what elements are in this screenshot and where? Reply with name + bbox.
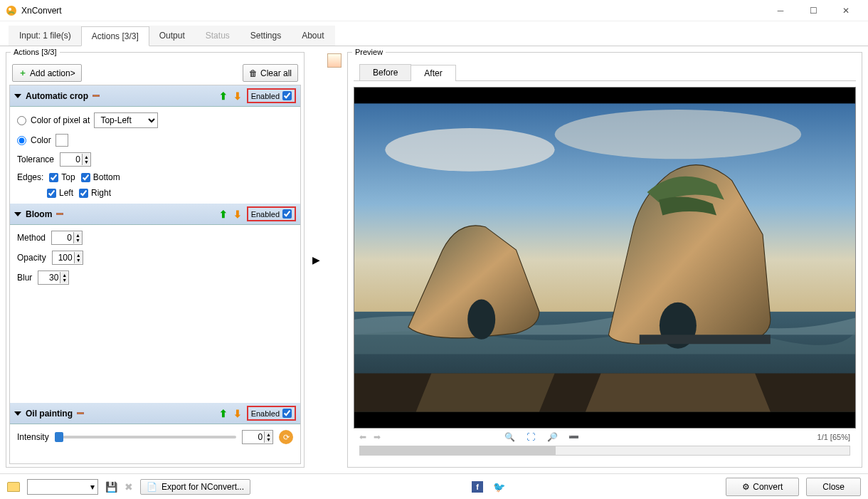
action-header-bloom[interactable]: Bloom ⬆ ⬇ Enabled xyxy=(10,204,300,225)
collapse-icon xyxy=(14,212,21,216)
titlebar: XnConvert ─ ☐ ✕ xyxy=(0,0,868,21)
delete-icon[interactable]: ✖ xyxy=(125,481,133,493)
remove-icon[interactable] xyxy=(77,412,84,414)
pixel-label: Color of pixel at xyxy=(31,115,90,125)
tab-input[interactable]: Input: 1 file(s) xyxy=(9,26,82,46)
bloom-body: Method ▲▼ Opacity ▲▼ Blur ▲▼ xyxy=(10,225,300,403)
preview-picker-icon[interactable] xyxy=(327,53,342,68)
preview-panel: Preview Before After xyxy=(347,52,862,468)
next-image-icon[interactable]: ➡ xyxy=(374,432,381,442)
svg-point-8 xyxy=(467,299,495,339)
zoom-100-icon[interactable]: 🔎 xyxy=(546,431,558,443)
remove-icon[interactable] xyxy=(56,213,63,215)
tab-settings[interactable]: Settings xyxy=(240,26,292,46)
enabled-checkbox[interactable]: Enabled xyxy=(247,406,296,421)
method-spinner[interactable]: ▲▼ xyxy=(51,231,83,245)
clear-all-button[interactable]: 🗑 Clear all xyxy=(243,64,298,82)
collapse-icon xyxy=(14,94,21,98)
collapse-icon xyxy=(14,411,21,416)
edge-bottom[interactable]: Bottom xyxy=(81,172,120,182)
pixel-position-select[interactable]: Top-Left xyxy=(94,112,158,128)
intensity-spinner[interactable]: ▲▼ xyxy=(242,430,273,444)
color-picker[interactable] xyxy=(55,134,68,147)
preview-tab-after[interactable]: After xyxy=(411,65,455,81)
tab-about[interactable]: About xyxy=(291,26,334,46)
pixel-radio[interactable] xyxy=(17,116,26,125)
preview-tab-before[interactable]: Before xyxy=(359,64,411,80)
edges-label: Edges: xyxy=(17,172,43,182)
twitter-icon[interactable]: 🐦 xyxy=(493,481,504,493)
opacity-label: Opacity xyxy=(17,253,46,263)
oil-painting-body: Intensity ▲▼ ⟳ xyxy=(10,424,300,450)
enabled-checkbox[interactable]: Enabled xyxy=(247,88,296,103)
move-down-icon[interactable]: ⬇ xyxy=(233,91,243,101)
svg-point-1 xyxy=(9,8,11,11)
edge-top[interactable]: Top xyxy=(49,172,75,182)
enabled-checkbox[interactable]: Enabled xyxy=(247,206,296,221)
svg-point-4 xyxy=(385,128,554,172)
close-button[interactable]: Close xyxy=(806,478,861,496)
svg-point-5 xyxy=(555,110,802,159)
app-icon xyxy=(6,5,17,16)
color-radio[interactable] xyxy=(17,136,26,145)
main-tabs: Input: 1 file(s) Actions [3/3] Output St… xyxy=(0,21,868,46)
folder-icon[interactable] xyxy=(7,482,20,492)
maximize-button[interactable]: ☐ xyxy=(797,0,830,21)
actions-panel-title: Actions [3/3] xyxy=(11,48,60,56)
bottom-toolbar: ▾ 💾 ✖ 📄 Export for NConvert... f 🐦 ⚙ Con… xyxy=(0,473,868,499)
preset-dropdown[interactable]: ▾ xyxy=(27,479,98,495)
tolerance-spinner[interactable]: ▲▼ xyxy=(60,152,91,167)
automatic-crop-body: Color of pixel at Top-Left Color Toleran… xyxy=(10,107,300,204)
move-up-icon[interactable]: ⬆ xyxy=(218,91,228,101)
preview-title: Preview xyxy=(352,48,386,56)
action-header-automatic-crop[interactable]: Automatic crop ⬆ ⬇ Enabled xyxy=(10,85,300,107)
add-action-button[interactable]: ＋ Add action> xyxy=(12,64,82,82)
move-up-icon[interactable]: ⬆ xyxy=(218,409,228,419)
move-down-icon[interactable]: ⬇ xyxy=(233,209,243,219)
actions-panel: Actions [3/3] ＋ Add action> 🗑 Clear all … xyxy=(6,52,305,468)
action-name: Automatic crop xyxy=(26,91,88,101)
edge-right[interactable]: Right xyxy=(79,188,111,198)
tab-actions[interactable]: Actions [3/3] xyxy=(81,26,149,46)
method-label: Method xyxy=(17,233,46,243)
zoom-out-icon[interactable]: ➖ xyxy=(568,431,579,443)
blur-spinner[interactable]: ▲▼ xyxy=(38,270,69,285)
preview-image xyxy=(354,87,856,429)
export-nconvert-button[interactable]: 📄 Export for NConvert... xyxy=(140,479,250,495)
opacity-spinner[interactable]: ▲▼ xyxy=(52,251,83,265)
color-label: Color xyxy=(31,135,51,145)
save-icon[interactable]: 💾 xyxy=(105,481,117,493)
action-header-oil-painting[interactable]: Oil painting ⬆ ⬇ Enabled xyxy=(10,403,300,424)
gear-icon: ⚙ xyxy=(742,482,750,492)
edge-left[interactable]: Left xyxy=(47,188,73,198)
move-up-icon[interactable]: ⬆ xyxy=(218,209,228,219)
window-title: XnConvert xyxy=(21,6,764,16)
prev-image-icon[interactable]: ⬅ xyxy=(359,432,366,442)
plus-icon: ＋ xyxy=(18,67,27,79)
action-name: Oil painting xyxy=(26,409,73,419)
svg-point-0 xyxy=(6,6,16,16)
preview-status: 1/1 [65%] xyxy=(817,433,850,441)
preview-scrollbar[interactable] xyxy=(359,446,850,456)
tab-output[interactable]: Output xyxy=(149,26,196,46)
fit-icon[interactable]: ⛶ xyxy=(525,431,536,443)
close-window-button[interactable]: ✕ xyxy=(830,0,862,21)
expand-arrow-icon[interactable]: ▶ xyxy=(310,52,322,468)
tolerance-label: Tolerance xyxy=(17,154,54,164)
action-name: Bloom xyxy=(26,209,52,219)
intensity-slider[interactable] xyxy=(55,436,236,438)
facebook-icon[interactable]: f xyxy=(472,481,483,493)
remove-icon[interactable] xyxy=(92,95,100,97)
refresh-icon[interactable]: ⟳ xyxy=(279,430,293,444)
tab-status[interactable]: Status xyxy=(195,26,240,46)
clear-icon: 🗑 xyxy=(249,68,258,78)
intensity-label: Intensity xyxy=(17,432,49,442)
blur-label: Blur xyxy=(17,273,32,283)
export-icon: 📄 xyxy=(147,482,157,492)
move-down-icon[interactable]: ⬇ xyxy=(233,409,243,419)
convert-button[interactable]: ⚙ Convert xyxy=(726,478,799,496)
zoom-in-icon[interactable]: 🔍 xyxy=(504,431,515,443)
minimize-button[interactable]: ─ xyxy=(764,0,797,21)
